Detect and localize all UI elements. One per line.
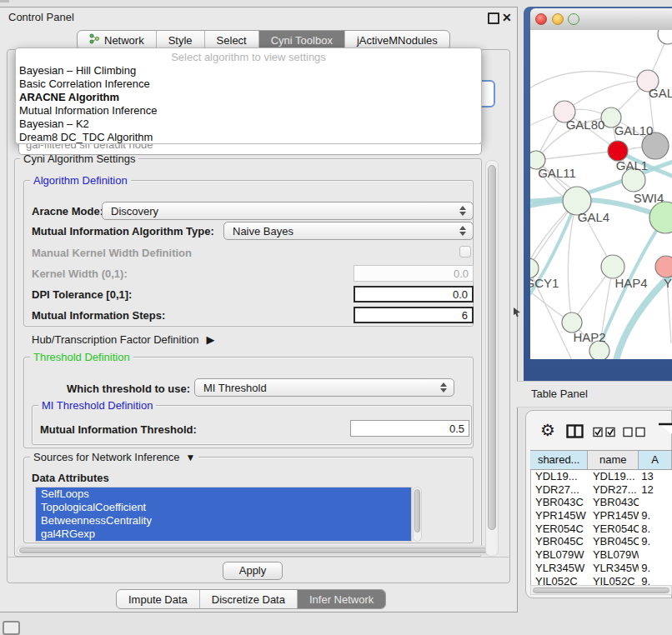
mi-steps-field[interactable]: 6	[354, 307, 474, 323]
table-cell: 9.	[639, 509, 672, 522]
algorithm-option-aracne-algorithm[interactable]: ARACNE Algorithm	[16, 91, 481, 104]
control-panel-title: Control Panel	[8, 7, 192, 28]
network-node-y[interactable]	[655, 256, 672, 278]
dpi-tolerance-label: DPI Tolerance [0,1]:	[32, 288, 132, 301]
table-cell: YPR145W	[589, 509, 639, 522]
spinner-arrows-icon	[440, 382, 447, 392]
table-row[interactable]: YIL052CYIL052C9.	[531, 575, 672, 586]
tab-select[interactable]: Select	[204, 31, 258, 49]
table-cell: 12	[639, 483, 672, 497]
attribute-item-selfloops[interactable]: SelfLoops	[36, 488, 411, 501]
mouse-cursor	[513, 308, 521, 318]
unchecked-boxes-icon[interactable]	[623, 427, 645, 440]
table-row[interactable]: YDR27...YDR27...12	[531, 483, 672, 497]
close-icon[interactable]: ✕	[502, 10, 515, 25]
minimize-traffic-light-icon[interactable]	[552, 13, 564, 25]
sources-title: Sources for Network Inference	[33, 452, 180, 463]
minimized-panel-icon[interactable]	[3, 621, 20, 635]
attribute-list-scrollbar[interactable]	[413, 487, 422, 542]
table-cell: 9.	[639, 535, 672, 548]
scrollbar-thumb[interactable]	[19, 548, 489, 553]
table-cell: YER054C	[531, 522, 589, 536]
network-edge	[530, 72, 648, 98]
tab-label: Select	[217, 34, 247, 47]
node-label-gal4: GAL4	[578, 210, 609, 224]
network-edge	[536, 151, 618, 160]
network-icon	[89, 33, 100, 47]
dpi-tolerance-field[interactable]: 0.0	[354, 286, 474, 302]
algorithm-option-basic-correlation-inference[interactable]: Basic Correlation Inference	[16, 78, 481, 91]
node-label-gal: GAL	[649, 86, 672, 100]
tab-cyni-toolbox[interactable]: Cyni Toolbox	[258, 31, 344, 49]
table-row[interactable]: YLR345WYLR345W9.	[531, 562, 672, 575]
scrollbar-thumb[interactable]	[414, 489, 420, 532]
checked-boxes-icon[interactable]	[593, 427, 615, 440]
table-hscrollbar[interactable]	[530, 585, 672, 595]
tab-infer-network[interactable]: Infer Network	[297, 590, 385, 608]
apply-button[interactable]: Apply	[223, 562, 283, 580]
table-cell: YBR045C	[589, 535, 639, 548]
node-label-gal11: GAL11	[538, 166, 576, 180]
hub-definition-expander[interactable]: Hub/Transcription Factor Definition ▶	[32, 333, 214, 346]
attribute-item-topologicalcoefficient[interactable]: TopologicalCoefficient	[36, 501, 411, 514]
hub-definition-label: Hub/Transcription Factor Definition	[32, 333, 198, 346]
table-row[interactable]: YBL079WYBL079W	[531, 548, 672, 562]
tab-style[interactable]: Style	[156, 31, 204, 49]
attribute-item-gal4rgexp[interactable]: gal4RGexp	[36, 528, 411, 541]
mi-algorithm-type-select[interactable]: Naive Bayes	[223, 222, 474, 240]
partial-sheet-icon[interactable]	[657, 422, 672, 438]
close-traffic-light-icon[interactable]	[535, 13, 547, 25]
settings-hscrollbar[interactable]	[17, 546, 492, 555]
algorithm-placeholder: Select algorithm to view settings	[16, 51, 481, 64]
table-cell: YIL052C	[589, 575, 639, 586]
table-row[interactable]: YDL19...YDL19...13	[531, 470, 672, 483]
split-column-icon[interactable]	[566, 424, 584, 441]
zoom-traffic-light-icon[interactable]	[568, 13, 579, 25]
algorithm-list: Bayesian – Hill ClimbingBasic Correlatio…	[16, 64, 481, 144]
tab-discretize-data[interactable]: Discretize Data	[199, 590, 297, 608]
algorithm-option-mutual-information-inference[interactable]: Mutual Information Inference	[16, 104, 481, 118]
tab-jactivemnodules[interactable]: jActiveMNodules	[344, 31, 449, 49]
column-header-shared-[interactable]: shared...	[530, 451, 588, 469]
network-node[interactable]	[658, 30, 672, 44]
sources-group-header[interactable]: Sources for Network Inference ▼	[30, 452, 198, 463]
attribute-item-betweennesscentrality[interactable]: BetweennessCentrality	[36, 514, 411, 528]
table-cell: YBL079W	[589, 548, 639, 562]
algorithm-option-bayesian-hill-climbing[interactable]: Bayesian – Hill Climbing	[16, 64, 481, 78]
mi-algorithm-type-label: Mutual Information Algorithm Type:	[32, 225, 214, 238]
which-threshold-value: MI Threshold	[203, 382, 267, 394]
aracne-mode-select[interactable]: Discovery	[102, 202, 474, 220]
table-row[interactable]: YBR043CYBR043C	[531, 496, 672, 509]
node-label-hap4: HAP4	[614, 276, 647, 290]
network-node-hap4[interactable]	[601, 255, 624, 278]
table-cell: YBR045C	[531, 535, 589, 548]
column-header-name[interactable]: name	[588, 451, 639, 469]
tab-label: Discretize Data	[212, 593, 285, 606]
table-row[interactable]: YPR145WYPR145W9.	[531, 509, 672, 522]
gear-icon[interactable]: ⚙	[540, 421, 555, 439]
which-threshold-select[interactable]: MI Threshold	[194, 378, 454, 397]
scrollbar-thumb[interactable]	[488, 165, 496, 530]
spinner-arrows-icon	[459, 226, 466, 236]
mi-threshold-field[interactable]: 0.5	[350, 420, 469, 437]
manual-kernel-width-checkbox[interactable]	[459, 246, 471, 258]
table-cell: YER054C	[589, 522, 639, 536]
algorithm-option-dream8-dc-tdc-algorithm[interactable]: Dream8 DC_TDC Algorithm	[16, 131, 481, 144]
table-cell: 13	[639, 470, 672, 483]
tab-impute-data[interactable]: Impute Data	[117, 590, 199, 608]
table-row[interactable]: YBR045CYBR045C9.	[531, 535, 672, 548]
network-node[interactable]	[649, 202, 672, 233]
scrollbar-thumb[interactable]	[533, 588, 669, 593]
tab-label: Cyni Toolbox	[271, 34, 333, 47]
settings-vscrollbar[interactable]	[485, 160, 499, 557]
algorithm-option-bayesian-k2[interactable]: Bayesian – K2	[16, 118, 481, 131]
table-selector-value: gal-filtered sif default node	[19, 144, 481, 151]
threshold-definition-title: Threshold Definition	[30, 352, 133, 363]
float-window-button[interactable]	[488, 12, 499, 24]
table-selector-combo-clipped[interactable]: gal-filtered sif default node	[18, 144, 482, 155]
node-label-gal1: GAL1	[616, 158, 648, 172]
table-row[interactable]: YER054CYER054C8.	[531, 522, 672, 536]
tab-network[interactable]: Network	[78, 31, 156, 49]
column-header-a[interactable]: A	[639, 451, 672, 469]
tab-label: jActiveMNodules	[357, 34, 438, 47]
